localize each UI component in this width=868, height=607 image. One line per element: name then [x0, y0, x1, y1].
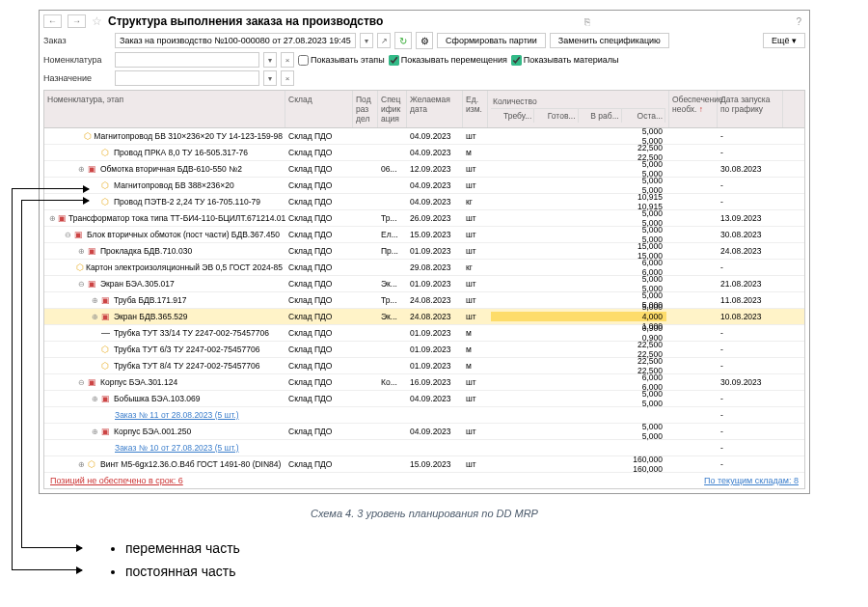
nazn-dropdown-button[interactable]: ▾ — [263, 70, 277, 86]
row-name-text: Магнитопровод БВ 310×236×20 ТУ 14-123-15… — [94, 131, 283, 141]
row-name-text: Заказ № 10 от 27.08.2023 (5 шт.) — [115, 443, 239, 453]
table-row[interactable]: ⊕▣Прокладка БДВ.710.030Склад ПДОПр...01.… — [44, 243, 804, 260]
refresh-button[interactable]: ↻ — [394, 32, 412, 49]
col-qty[interactable]: Количество Требу... Готов... В раб... Ос… — [488, 91, 669, 127]
star-icon[interactable]: ☆ — [92, 14, 102, 28]
footer-not-provided-link[interactable]: Позиций не обеспечено в срок: 6 — [50, 476, 183, 485]
col-spec[interactable]: Спец ифик ация — [378, 91, 407, 127]
nav-back-button[interactable]: ← — [43, 14, 62, 28]
table-row[interactable]: ⬡Магнитопровод БВ 388×236×20Склад ПДО04.… — [44, 178, 804, 194]
row-name-text: Трубка ТУТ 6/3 ТУ 2247-002-75457706 — [114, 345, 259, 354]
row-name-text: Корпус БЭА.301.124 — [100, 377, 177, 387]
table-row[interactable]: ⬡Провод ПЭТВ-2 2,24 ТУ 16-705.110-79Скла… — [44, 194, 804, 210]
table-row[interactable]: ⬡Картон электроизоляционный ЭВ 0,5 ГОСТ … — [44, 260, 804, 276]
order-dropdown-button[interactable]: ▾ — [360, 33, 373, 48]
nazn-clear-button[interactable]: × — [281, 70, 294, 86]
table-row[interactable]: ⊕▣Бобышка БЭА.103.069Склад ПДО04.09.2023… — [44, 391, 804, 407]
table-row[interactable]: ⬡Трубка ТУТ 8/4 ТУ 2247-002-75457706Скла… — [44, 358, 804, 374]
table-row[interactable]: ⬡Магнитопровод БВ 310×236×20 ТУ 14-123-1… — [44, 128, 804, 145]
figure-caption: Схема 4. 3 уровень планирования по DD MR… — [39, 508, 810, 519]
window-title: Структура выполнения заказа на производс… — [108, 14, 383, 28]
row-name-text: Прокладка БДВ.710.030 — [100, 246, 192, 256]
nazn-label: Назначение — [43, 73, 111, 83]
table-row[interactable]: ⊕▣Трансформатор тока типа ТТ-БИ4-110-БЦИ… — [44, 210, 804, 227]
nav-fwd-button[interactable]: → — [68, 14, 86, 28]
table-row[interactable]: ⬡Провод ПРКА 8,0 ТУ 16-505.317-76Склад П… — [44, 145, 804, 161]
app-window: ← → ☆ Структура выполнения заказа на про… — [39, 10, 810, 494]
assignment-input[interactable] — [115, 70, 259, 86]
bullet-item: переменная часть — [125, 540, 810, 556]
data-table: Номенклатура, этап Склад Под раз дел Спе… — [43, 90, 805, 489]
order-input[interactable] — [115, 33, 356, 48]
show-moves-checkbox[interactable] — [389, 55, 399, 66]
col-obesp[interactable]: Обеспечение необх. ↑ — [669, 91, 718, 127]
table-row[interactable]: ⊖▣Экран БЭА.305.017Склад ПДОЭк...01.09.2… — [44, 276, 804, 292]
nomen-label: Номенклатура — [43, 55, 111, 65]
table-row[interactable]: ⊕▣Экран БДВ.365.529Склад ПДОЭк...24.08.2… — [44, 309, 804, 325]
table-row[interactable]: Заказ № 11 от 28.08.2023 (5 шт.)- — [44, 407, 804, 424]
order-label: Заказ — [43, 36, 111, 45]
row-name-text: Экран БЭА.305.017 — [100, 279, 175, 289]
row-name-text: Трубка ТУТ 8/4 ТУ 2247-002-75457706 — [114, 361, 259, 371]
col-plan[interactable]: Дата запуска по графику — [718, 91, 783, 127]
nomenclature-input[interactable] — [115, 52, 259, 68]
table-row[interactable]: ⊖▣Корпус БЭА.301.124Склад ПДОКо...16.09.… — [44, 374, 804, 391]
table-row[interactable]: Заказ № 10 от 27.08.2023 (5 шт.)- — [44, 440, 804, 456]
table-row[interactable]: ⊕⬡Винт М5-6gх12.36.О.В4б ГОСТ 1491-80 (D… — [44, 456, 804, 473]
row-name-text: Магнитопровод БВ 388×236×20 — [114, 180, 234, 190]
row-name-text: Провод ПРКА 8,0 ТУ 16-505.317-76 — [114, 148, 248, 157]
col-name[interactable]: Номенклатура, этап — [44, 91, 285, 127]
row-name-text: Бобышка БЭА.103.069 — [114, 394, 200, 403]
col-pod[interactable]: Под раз дел — [353, 91, 378, 127]
table-row[interactable]: ⊕▣Корпус БЭА.001.250Склад ПДО04.09.2023ш… — [44, 424, 804, 440]
row-name-text: Заказ № 11 от 28.08.2023 (5 шт.) — [115, 410, 239, 420]
settings-icon-button[interactable]: ⚙ — [416, 32, 433, 49]
table-row[interactable]: ⊖▣Блок вторичных обмоток (пост части) БД… — [44, 227, 804, 243]
col-date[interactable]: Желаемая дата — [407, 91, 463, 127]
show-stages-checkbox[interactable] — [298, 55, 309, 66]
row-name-text: Винт М5-6gх12.36.О.В4б ГОСТ 1491-80 (DIN… — [100, 459, 281, 469]
replace-spec-button[interactable]: Заменить спецификацию — [550, 33, 669, 48]
row-name-text: Трубка ТУТ 33/14 ТУ 2247-002-75457706 — [114, 328, 269, 338]
row-name-text: Провод ПЭТВ-2 2,24 ТУ 16-705.110-79 — [114, 197, 260, 207]
order-open-button[interactable]: ↗ — [377, 33, 391, 48]
row-name-text: Обмотка вторичная БДВ-610-550 №2 — [100, 164, 242, 174]
nomen-dropdown-button[interactable]: ▾ — [263, 52, 277, 68]
col-ed[interactable]: Ед. изм. — [463, 91, 488, 127]
nomen-clear-button[interactable]: × — [281, 52, 294, 68]
show-materials-checkbox[interactable] — [511, 55, 522, 66]
footer-current-stock-link[interactable]: По текущим складам: 8 — [704, 476, 799, 485]
table-row[interactable]: ⬡Трубка ТУТ 6/3 ТУ 2247-002-75457706Скла… — [44, 342, 804, 358]
bullet-item: постоянная часть — [125, 564, 810, 579]
row-name-text: Корпус БЭА.001.250 — [114, 427, 191, 436]
table-row[interactable]: ⊕▣Обмотка вторичная БДВ-610-550 №2Склад … — [44, 161, 804, 178]
bullet-list: переменная часть постоянная часть — [125, 540, 810, 579]
row-name-text: Трансформатор тока типа ТТ-БИ4-110-БЦИЛТ… — [68, 213, 285, 223]
link-icon[interactable]: ⎘ — [584, 16, 590, 27]
table-row[interactable]: —Трубка ТУТ 33/14 ТУ 2247-002-75457706Ск… — [44, 325, 804, 342]
row-name-text: Картон электроизоляционный ЭВ 0,5 ГОСТ 2… — [86, 262, 283, 272]
table-row[interactable]: ⊕▣Труба БДВ.171.917Склад ПДОТр...24.08.2… — [44, 292, 804, 309]
form-batch-button[interactable]: Сформировать партии — [437, 33, 546, 48]
more-button[interactable]: Ещё ▾ — [763, 33, 805, 48]
row-name-text: Экран БДВ.365.529 — [114, 312, 187, 321]
col-sklad[interactable]: Склад — [285, 91, 353, 127]
row-name-text: Труба БДВ.171.917 — [114, 295, 187, 305]
help-icon[interactable]: ? — [796, 16, 801, 27]
row-name-text: Блок вторичных обмоток (пост части) БДВ.… — [87, 230, 280, 239]
